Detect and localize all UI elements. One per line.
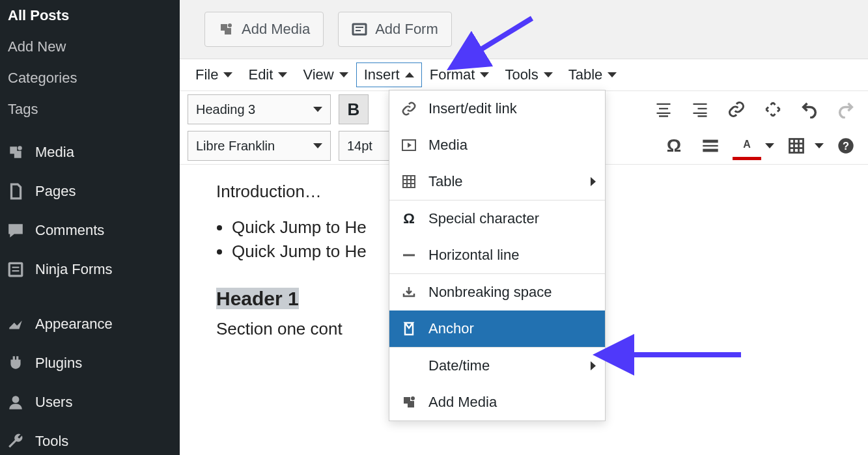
svg-rect-1: [9, 263, 22, 276]
menu-item-nbsp[interactable]: Nonbreaking space: [389, 274, 605, 310]
svg-marker-20: [408, 143, 412, 148]
forms-icon: [7, 260, 25, 279]
menu-item-special-char[interactable]: Ω Special character: [389, 200, 605, 237]
svg-point-4: [12, 396, 20, 403]
table-button[interactable]: [782, 131, 811, 160]
users-icon: [7, 393, 25, 411]
font-select[interactable]: Libre Franklin: [188, 131, 331, 161]
anchor-icon: [401, 321, 417, 337]
camera-icon: [401, 394, 417, 410]
annotation-arrow-anchor: [617, 342, 748, 370]
sidebar-label: Tools: [35, 433, 68, 450]
admin-sidebar: All Posts Add New Categories Tags Media …: [0, 0, 180, 455]
chevron-right-icon: [591, 177, 596, 186]
svg-point-5: [228, 23, 232, 27]
add-media-button[interactable]: Add Media: [204, 12, 324, 47]
button-label: Add Form: [375, 21, 438, 38]
comments-icon: [7, 221, 25, 240]
posts-submenu: All Posts Add New Categories Tags: [0, 0, 180, 125]
menu-edit[interactable]: Edit: [240, 62, 295, 87]
nbsp-icon: [401, 284, 417, 300]
sidebar-label: Ninja Forms: [35, 261, 113, 278]
svg-rect-11: [703, 149, 718, 152]
menu-item-hr[interactable]: Horizontal line: [389, 237, 605, 273]
sidebar-item-tools[interactable]: Tools: [0, 422, 180, 455]
menu-item-anchor[interactable]: Anchor: [389, 310, 605, 347]
sidebar-label: Media: [35, 144, 74, 161]
link-button[interactable]: [722, 95, 751, 124]
menu-insert[interactable]: Insert: [356, 62, 422, 87]
appearance-icon: [7, 315, 25, 333]
menu-file[interactable]: File: [188, 62, 240, 87]
svg-text:?: ?: [843, 140, 849, 152]
svg-point-27: [411, 396, 415, 400]
menu-item-label: Insert/edit link: [428, 100, 517, 117]
plugins-icon: [7, 354, 25, 372]
sidebar-item-all-posts[interactable]: All Posts: [0, 0, 180, 31]
menu-item-label: Anchor: [428, 320, 474, 337]
align-right-button[interactable]: [686, 95, 714, 124]
menu-view[interactable]: View: [295, 62, 356, 87]
link-icon: [401, 101, 417, 117]
style-select[interactable]: Heading 3: [188, 94, 331, 124]
undo-button[interactable]: [795, 95, 824, 124]
unlink-button[interactable]: [759, 95, 787, 124]
sidebar-item-pages[interactable]: Pages: [0, 172, 180, 211]
omega-icon: Ω: [401, 210, 417, 227]
svg-rect-6: [353, 24, 366, 34]
sidebar-item-comments[interactable]: Comments: [0, 211, 180, 250]
svg-rect-9: [703, 140, 718, 143]
menu-item-add-media[interactable]: Add Media: [389, 384, 605, 421]
sidebar-item-plugins[interactable]: Plugins: [0, 344, 180, 383]
menu-item-insert-link[interactable]: Insert/edit link: [389, 90, 605, 127]
video-icon: [401, 137, 417, 153]
sidebar-label: Users: [35, 394, 72, 411]
pages-icon: [7, 182, 25, 200]
menu-item-label: Special character: [428, 210, 539, 227]
svg-rect-10: [703, 145, 718, 146]
sidebar-item-add-new[interactable]: Add New: [0, 31, 180, 62]
help-button[interactable]: ?: [832, 131, 860, 160]
hr-button[interactable]: [696, 131, 725, 160]
redo-button[interactable]: [832, 95, 860, 124]
sidebar-label: Pages: [35, 183, 76, 200]
button-label: Add Media: [242, 21, 310, 38]
menu-item-label: Table: [428, 173, 463, 190]
svg-rect-12: [790, 139, 804, 153]
menu-item-label: Horizontal line: [428, 247, 519, 264]
sidebar-item-ninja-forms[interactable]: Ninja Forms: [0, 250, 180, 289]
chevron-right-icon: [591, 361, 596, 370]
special-char-button[interactable]: Ω: [660, 131, 688, 160]
insert-dropdown: Insert/edit link Media Table Ω Special c…: [389, 90, 606, 421]
tools-icon: [7, 432, 25, 450]
hr-icon: [401, 247, 417, 263]
bold-button[interactable]: B: [339, 94, 369, 124]
menu-item-label: Add Media: [428, 394, 497, 411]
sidebar-label: Comments: [35, 222, 104, 239]
align-center-button[interactable]: [649, 95, 678, 124]
menu-item-datetime[interactable]: Date/time: [389, 348, 605, 384]
menu-item-label: Media: [428, 137, 468, 154]
svg-line-29: [473, 18, 532, 54]
menu-item-label: Date/time: [428, 357, 490, 374]
annotation-arrow-insert: [464, 12, 542, 66]
svg-rect-21: [403, 176, 415, 187]
sidebar-item-media[interactable]: Media: [0, 133, 180, 172]
chevron-down-icon[interactable]: [815, 143, 824, 148]
menu-table[interactable]: Table: [561, 62, 625, 87]
table-icon: [401, 174, 417, 189]
menu-item-media[interactable]: Media: [389, 127, 605, 163]
sidebar-item-users[interactable]: Users: [0, 383, 180, 422]
sidebar-item-appearance[interactable]: Appearance: [0, 305, 180, 344]
add-form-button[interactable]: Add Form: [338, 12, 452, 47]
menu-item-label: Nonbreaking space: [428, 284, 552, 301]
sidebar-label: Plugins: [35, 355, 82, 372]
media-icon: [7, 143, 25, 161]
svg-point-0: [18, 146, 22, 150]
text-color-button[interactable]: A: [733, 132, 761, 160]
sidebar-item-categories[interactable]: Categories: [0, 62, 180, 94]
sidebar-label: Appearance: [35, 316, 113, 333]
sidebar-item-tags[interactable]: Tags: [0, 94, 180, 125]
menu-item-table[interactable]: Table: [389, 163, 605, 200]
chevron-down-icon[interactable]: [765, 143, 774, 148]
